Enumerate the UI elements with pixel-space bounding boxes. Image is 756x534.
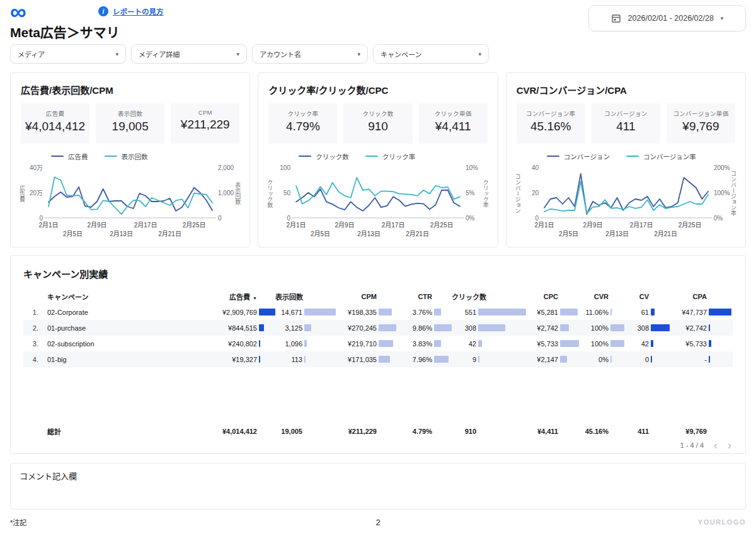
card-title: クリック率/クリック数/CPC (268, 83, 487, 96)
total-cell: ¥211,229 (336, 428, 396, 435)
metric-value: ¥171,035 (348, 356, 377, 363)
svg-text:0: 0 (218, 215, 222, 222)
table-row: 3.02-subscription¥240,8021,096¥219,7103.… (23, 336, 733, 351)
metric-cell: 308 (624, 324, 670, 332)
svg-text:2月17日: 2月17日 (134, 222, 158, 229)
metric-value: ¥198,335 (348, 309, 377, 316)
column-header[interactable]: CPA (670, 293, 731, 300)
svg-text:2月13日: 2月13日 (110, 230, 133, 237)
next-page-button[interactable]: › (728, 441, 731, 450)
column-header[interactable]: CV (624, 293, 670, 300)
caret-down-icon: ▾ (478, 51, 481, 57)
svg-text:2月5日: 2月5日 (311, 230, 330, 237)
filter-account[interactable]: アカウント名 ▾ (252, 44, 368, 64)
legend-item: クリック率 (365, 152, 416, 161)
row-index: 3. (23, 340, 40, 348)
filter-campaign[interactable]: キャンペーン ▾ (373, 44, 489, 64)
data-bar (478, 356, 479, 363)
row-index: 1. (23, 309, 40, 316)
metric-value: ¥5,733 (537, 340, 558, 348)
comment-box[interactable]: コメント記入欄 (10, 463, 746, 509)
metric-value: ¥270,245 (348, 324, 377, 332)
data-bar (478, 309, 526, 315)
sort-desc-icon: ▼ (253, 296, 257, 300)
table-row: 1.02-Corporate¥2,909,76914,671¥198,3353.… (23, 304, 733, 320)
metric-value: ¥47,737 (682, 309, 707, 316)
svg-text:50: 50 (284, 190, 291, 196)
clicks-ctr-line-chart: クリック数クリック率 10050010%5%0%2月1日2月5日2月9日2月13… (268, 151, 487, 239)
data-bar (379, 324, 396, 331)
scorecard-conversions: コンバージョン 411 (592, 103, 660, 144)
right-axis-title: 表示回数 (234, 170, 242, 217)
column-header[interactable]: 広告費▼ (196, 292, 275, 302)
svg-text:0%: 0% (466, 215, 475, 222)
spend-impressions-line-chart: 広告費表示回数 40万20万02,0001,00002月1日2月5日2月9日2月… (21, 151, 239, 239)
date-range-value: 2026/02/01 - 2026/02/28 (628, 14, 714, 23)
total-cell: 19,005 (275, 428, 336, 435)
svg-text:2月21日: 2月21日 (158, 230, 181, 237)
svg-text:2月1日: 2月1日 (534, 222, 554, 229)
column-header[interactable]: クリック数 (452, 292, 526, 302)
metric-value: ¥19,327 (232, 356, 257, 363)
svg-text:100%: 100% (714, 190, 730, 196)
metric-cell: ¥5,281 (526, 309, 579, 316)
data-bar (610, 309, 612, 315)
svg-text:5%: 5% (466, 190, 475, 196)
date-range-picker[interactable]: 2026/02/01 - 2026/02/28 ▾ (588, 5, 746, 31)
legend-item: コンバージョン (547, 152, 610, 161)
chart-legend: クリック数クリック率 (299, 151, 487, 161)
column-header[interactable]: CTR (396, 293, 452, 300)
report-guide-link[interactable]: i レポートの見方 (98, 6, 164, 16)
metric-value: 9 (472, 356, 476, 363)
metric-value: 3.83% (413, 340, 432, 348)
metric-value: 308 (465, 324, 476, 332)
metric-value: 113 (291, 356, 302, 363)
metric-cell: - (670, 356, 731, 363)
column-header[interactable]: CPM (336, 293, 396, 300)
metric-value: 14,671 (281, 309, 302, 316)
chart-legend: 広告費表示回数 (51, 151, 239, 161)
column-header[interactable]: CPC (526, 293, 579, 300)
metric-cell: 113 (275, 356, 336, 363)
legend-line-swatch (299, 156, 311, 157)
metric-value: ¥844,515 (228, 324, 257, 332)
scorecard-cpm: CPM ¥211,229 (171, 103, 239, 144)
total-cell: 45.16% (579, 428, 624, 435)
scorecard-cpa: コンバージョン単価 ¥9,769 (667, 103, 735, 144)
metric-cell: 61 (624, 309, 670, 316)
prev-page-button[interactable]: ‹ (714, 441, 718, 450)
metric-cell: ¥5,733 (670, 340, 731, 348)
metric-value: 551 (465, 309, 476, 316)
legend-item: 表示回数 (105, 152, 148, 161)
metric-cell: 3.83% (396, 340, 452, 348)
metric-cell: 0 (624, 356, 670, 363)
conversions-cvr-line-chart: コンバージョンコンバージョン率 40200200%100%0%2月1日2月5日2… (517, 151, 735, 239)
column-header[interactable]: 表示回数 (275, 292, 336, 302)
svg-text:10%: 10% (466, 164, 478, 171)
legend-item: 広告費 (51, 152, 88, 161)
svg-text:2月25日: 2月25日 (183, 222, 206, 229)
column-header[interactable]: CVR (579, 293, 624, 300)
table-body: 1.02-Corporate¥2,909,76914,671¥198,3353.… (23, 304, 733, 367)
total-cell: ¥9,769 (670, 428, 731, 435)
column-header[interactable]: キャンペーン (40, 292, 196, 302)
metric-cell: ¥2,147 (526, 356, 579, 363)
filter-media[interactable]: メディア ▾ (10, 44, 126, 64)
data-bar (651, 309, 655, 315)
filter-media-detail[interactable]: メディア詳細 ▾ (131, 44, 247, 64)
guide-link-text[interactable]: レポートの見方 (113, 6, 164, 16)
metric-cell: 14,671 (275, 309, 336, 316)
total-cell: 4.79% (396, 428, 452, 435)
svg-text:2,000: 2,000 (218, 164, 234, 171)
info-icon: i (98, 6, 108, 16)
legend-line-swatch (626, 156, 639, 157)
metric-cell: 9.86% (396, 324, 452, 332)
card-spend-impressions-cpm: 広告費/表示回数/CPM 広告費 ¥4,014,412 表示回数 19,005 … (10, 72, 250, 247)
svg-text:2月17日: 2月17日 (382, 222, 405, 229)
metric-cell: 100% (579, 340, 624, 348)
data-bar (709, 356, 710, 363)
table-title: キャンペーン別実績 (23, 267, 733, 280)
left-axis-title: 広告費 (18, 170, 26, 217)
svg-text:0: 0 (535, 215, 539, 222)
legend-line-swatch (365, 156, 378, 157)
